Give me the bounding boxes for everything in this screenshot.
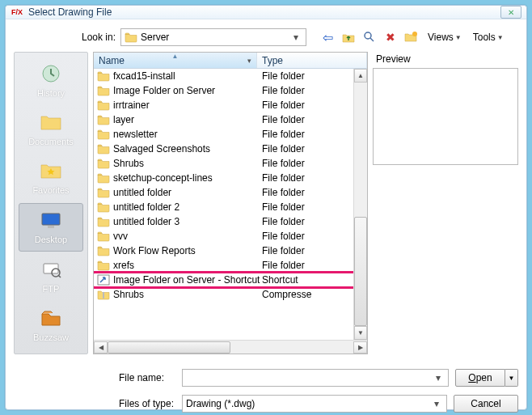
folder-icon (125, 32, 137, 43)
sidebar-item-favorites[interactable]: Favorites (19, 155, 83, 201)
svg-rect-5 (42, 214, 60, 225)
file-name: Shrubs (113, 158, 260, 169)
filetype-combo[interactable]: Drawing (*.dwg) ▾ (182, 395, 447, 413)
delete-icon[interactable]: ✖ (382, 29, 399, 45)
file-name: newsletter (113, 129, 260, 140)
file-name: Shrubs (113, 289, 260, 300)
horizontal-scrollbar[interactable]: ◀ ▶ (94, 340, 367, 354)
file-name: untitled folder 3 (113, 216, 260, 227)
list-item[interactable]: layerFile folder (94, 112, 367, 127)
preview-label: Preview (373, 52, 518, 68)
file-type: File folder (260, 187, 305, 198)
chevron-down-icon: ▼ (497, 34, 504, 41)
file-type: File folder (260, 85, 305, 96)
file-name: fxcad15-install (113, 70, 260, 82)
list-item[interactable]: fxcad15-installFile folder (94, 69, 367, 83)
list-item[interactable]: untitled folder 2File folder (94, 200, 367, 214)
up-icon[interactable] (340, 29, 357, 45)
shortcut-icon (97, 274, 110, 286)
filetype-label: Files of type: (14, 398, 175, 409)
chevron-down-icon: ▾ (430, 398, 443, 409)
cancel-button[interactable]: Cancel (454, 395, 518, 413)
file-type: File folder (260, 231, 305, 242)
list-item[interactable]: Image Folder on ServerFile folder (94, 83, 367, 98)
places-sidebar: History Documents Favorites Desktop FTP (14, 52, 88, 354)
chevron-down-icon: ▼ (455, 34, 462, 41)
file-type: File folder (260, 70, 305, 82)
folder-icon (97, 260, 110, 271)
back-icon[interactable]: ⇦ (319, 29, 336, 45)
file-type: File folder (260, 201, 305, 213)
views-menu[interactable]: Views▼ (424, 30, 465, 44)
list-item[interactable]: untitled folder 3File folder (94, 214, 367, 229)
sidebar-item-desktop[interactable]: Desktop (19, 203, 83, 252)
list-item[interactable]: Work Flow ReportsFile folder (94, 243, 367, 258)
file-type: File folder (260, 172, 305, 184)
file-name: untitled folder 2 (113, 201, 260, 213)
folder-icon (97, 216, 110, 227)
file-name: sketchup-concept-lines (113, 172, 260, 184)
folder-icon (97, 129, 110, 140)
list-item[interactable]: ShrubsCompresse (94, 287, 367, 302)
folder-icon (97, 70, 110, 82)
folder-icon (97, 100, 110, 111)
folder-icon (97, 114, 110, 125)
file-list[interactable]: Name ▲ ▾ Type fxcad15-installFile folder… (93, 52, 368, 354)
sidebar-item-buzzsaw[interactable]: Buzzsaw (19, 302, 83, 349)
preview-box (373, 68, 518, 165)
scroll-right-icon[interactable]: ▶ (353, 341, 367, 354)
chevron-down-icon: ▾ (289, 32, 302, 43)
newfolder-icon[interactable] (403, 29, 420, 45)
folder-icon (97, 158, 110, 169)
list-item[interactable]: vvvFile folder (94, 229, 367, 243)
list-item[interactable]: irrtrainerFile folder (94, 98, 367, 112)
search-icon[interactable] (361, 29, 378, 45)
list-item[interactable]: newsletterFile folder (94, 127, 367, 142)
documents-icon (38, 109, 64, 135)
filename-label: File name: (14, 372, 175, 383)
chevron-down-icon: ▾ (247, 57, 251, 65)
file-type: File folder (260, 260, 305, 271)
sidebar-item-ftp[interactable]: FTP (19, 253, 83, 300)
list-item[interactable]: untitled folderFile folder (94, 185, 367, 200)
sidebar-item-documents[interactable]: Documents (19, 106, 83, 153)
sidebar-item-history[interactable]: History (19, 57, 83, 104)
folder-icon (97, 143, 110, 155)
file-type: File folder (260, 100, 305, 111)
titlebar[interactable]: F/X Select Drawing File ✕ (6, 6, 526, 19)
list-item[interactable]: sketchup-concept-linesFile folder (94, 171, 367, 185)
filename-input[interactable]: ▾ (182, 369, 449, 387)
file-name: untitled folder (113, 187, 260, 198)
list-item[interactable]: ShrubsFile folder (94, 156, 367, 171)
folder-icon (97, 231, 110, 242)
column-header-type[interactable]: Type (257, 53, 367, 68)
file-name: layer (113, 114, 260, 125)
list-item[interactable]: xrefsFile folder (94, 258, 367, 273)
open-dropdown[interactable]: ▼ (505, 369, 518, 387)
scroll-left-icon[interactable]: ◀ (94, 341, 108, 354)
scrollbar-thumb[interactable] (354, 217, 367, 326)
folder-icon (97, 187, 110, 198)
list-item[interactable]: Salvaged ScreenshotsFile folder (94, 142, 367, 156)
file-type: File folder (260, 143, 305, 155)
scrollbar-thumb[interactable] (108, 341, 230, 354)
ftp-icon (38, 256, 64, 282)
open-button[interactable]: Open (455, 369, 505, 387)
lookin-combo[interactable]: Server ▾ (120, 28, 306, 46)
file-type: File folder (260, 245, 305, 256)
file-name: Image Folder on Server - Shortcut (113, 274, 260, 286)
folder-icon (97, 201, 110, 213)
file-type: Compresse (260, 289, 311, 300)
tools-menu[interactable]: Tools▼ (470, 30, 507, 44)
scroll-up-icon[interactable]: ▲ (354, 69, 367, 83)
scroll-down-icon[interactable]: ▼ (354, 326, 367, 340)
lookin-value: Server (141, 32, 169, 43)
column-header-name[interactable]: Name ▲ ▾ (94, 53, 257, 68)
list-item[interactable]: Image Folder on Server - ShortcutShortcu… (94, 273, 367, 287)
file-name: Salvaged Screenshots (113, 143, 260, 155)
close-icon[interactable]: ✕ (500, 6, 521, 19)
folder-icon (97, 85, 110, 96)
file-name: Work Flow Reports (113, 245, 260, 256)
svg-rect-6 (48, 226, 54, 228)
vertical-scrollbar[interactable]: ▲ ▼ (353, 69, 367, 340)
